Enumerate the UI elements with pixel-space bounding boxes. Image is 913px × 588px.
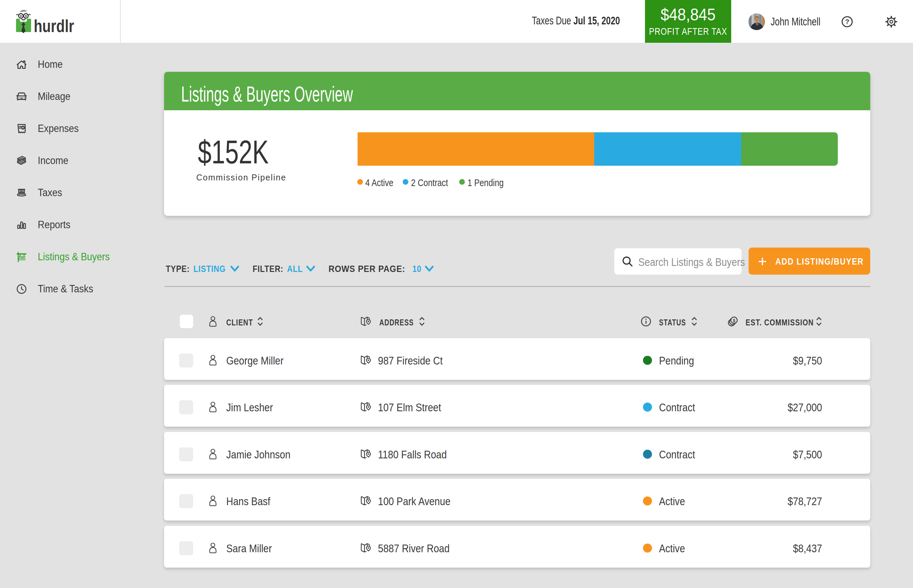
svg-text:$: $ [22, 126, 24, 129]
svg-text:SALE: SALE [20, 257, 25, 259]
svg-text:$: $ [733, 318, 735, 323]
svg-text:?: ? [845, 18, 849, 25]
